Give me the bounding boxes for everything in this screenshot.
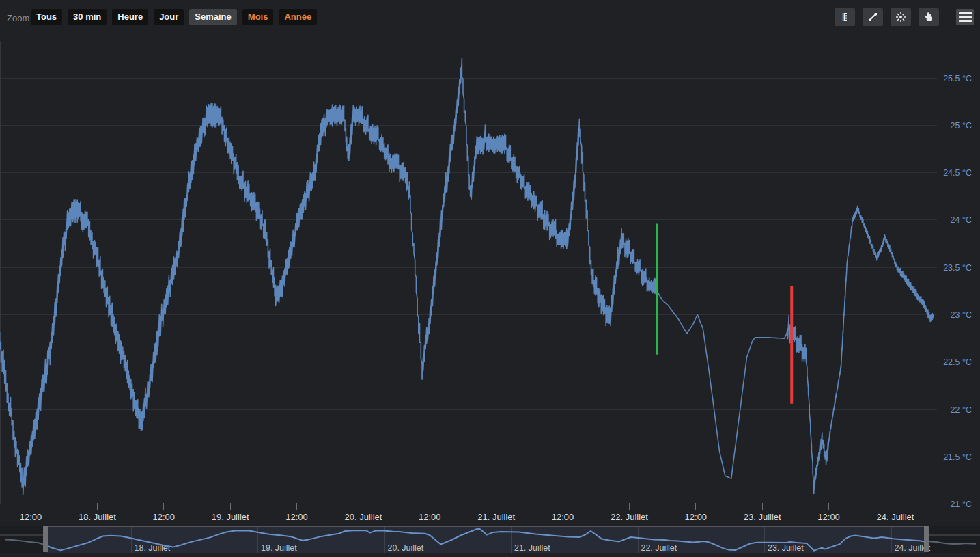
y-axis-label: 21 °C: [951, 500, 972, 509]
thermometer-button[interactable]: [835, 8, 855, 26]
nav-handle-right[interactable]: [924, 526, 929, 552]
pan-hand-button[interactable]: [919, 8, 939, 26]
y-axis-label: 22.5 °C: [943, 357, 972, 367]
y-axis-label: 23 °C: [951, 310, 972, 320]
toolbar: Zoom Tous 30 min Heure Jour Semaine Mois…: [0, 0, 980, 33]
range-button-heure[interactable]: Heure: [112, 9, 148, 25]
range-button-mois[interactable]: Mois: [242, 9, 274, 25]
x-axis-label: 12:00: [20, 512, 42, 522]
y-axis-label: 21.5 °C: [943, 452, 972, 462]
stock-chart: 25.5 °C25 °C24.5 °C24 °C23.5 °C23 °C22.5…: [0, 0, 980, 557]
x-axis-label: 22. Juillet: [611, 512, 648, 522]
range-button-30min[interactable]: 30 min: [68, 9, 107, 25]
y-axis-label: 23.5 °C: [943, 263, 972, 273]
navigator: 18. Juillet19. Juillet20. Juillet21. Jui…: [0, 526, 980, 553]
range-button-jour[interactable]: Jour: [154, 9, 184, 25]
nav-day-label: 21. Juillet: [514, 543, 550, 553]
trend-line-icon: [867, 12, 878, 23]
trend-line-button[interactable]: [863, 8, 883, 26]
pan-hand-icon: [923, 12, 934, 23]
range-button-tous[interactable]: Tous: [31, 9, 62, 25]
x-axis-label: 20. Juillet: [344, 512, 382, 522]
sun-icon: [895, 12, 906, 23]
nav-day-label: 22. Juillet: [641, 543, 677, 553]
thermometer-icon: [839, 12, 850, 23]
x-axis-label: 21. Juillet: [477, 512, 515, 522]
temperature-chart-app: { "toolbar": { "zoom_label": "Zoom", "ra…: [0, 0, 980, 557]
y-axis-label: 25 °C: [951, 121, 972, 131]
y-axis-label: 24 °C: [951, 215, 972, 225]
x-axis-label: 12:00: [153, 512, 176, 522]
zoom-label: Zoom: [7, 13, 29, 23]
x-axis-label: 12:00: [285, 512, 308, 522]
menu-button[interactable]: [956, 9, 974, 25]
range-button-annee[interactable]: Année: [279, 9, 317, 25]
x-axis-label: 12:00: [817, 512, 840, 522]
nav-day-label: 18. Juillet: [134, 543, 170, 553]
nav-handle-left[interactable]: [43, 526, 48, 552]
nav-day-label: 23. Juillet: [768, 543, 804, 553]
plot-area[interactable]: [0, 33, 937, 504]
x-axis-label: 12:00: [419, 512, 441, 522]
y-axis-label: 22 °C: [951, 405, 972, 415]
nav-day-label: 19. Juillet: [261, 543, 297, 553]
range-selector: Tous 30 min Heure Jour Semaine Mois Anné…: [31, 9, 317, 25]
x-axis-label: 12:00: [552, 512, 574, 522]
nav-day-label: 20. Juillet: [387, 543, 423, 553]
x-axis-label: 18. Juillet: [79, 512, 116, 522]
y-axis-label: 25.5 °C: [943, 74, 972, 83]
x-axis-label: 12:00: [685, 512, 708, 522]
sun-button[interactable]: [891, 8, 911, 26]
y-axis-label: 24.5 °C: [943, 168, 972, 178]
chart-tools: [835, 8, 939, 26]
x-axis-label: 24. Juillet: [877, 512, 914, 522]
x-axis-label: 19. Juillet: [212, 512, 249, 522]
range-button-semaine[interactable]: Semaine: [189, 9, 236, 25]
x-axis-label: 23. Juillet: [744, 512, 781, 522]
